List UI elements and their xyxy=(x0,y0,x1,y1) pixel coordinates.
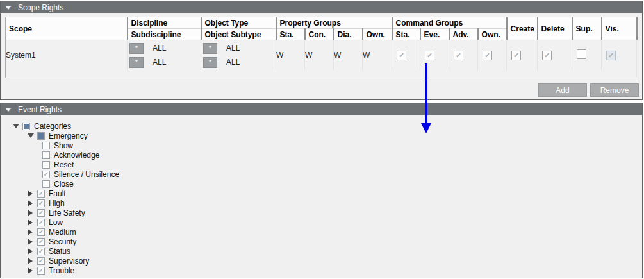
scope-rights-panel: Scope Rights Scope Discipline Object Typ… xyxy=(0,1,643,100)
vis-checkbox[interactable] xyxy=(606,51,616,60)
collapse-icon[interactable] xyxy=(13,124,22,128)
event-rights-panel-header[interactable]: Event Rights xyxy=(1,103,642,115)
tree-checkbox[interactable] xyxy=(42,142,50,149)
command-sta-checkbox[interactable] xyxy=(397,51,406,60)
tree-checkbox[interactable] xyxy=(37,132,45,140)
tree-checkbox[interactable]: ✓ xyxy=(37,199,45,207)
tree-item-fault[interactable]: ✓Fault xyxy=(1,189,642,198)
scope-rights-panel-header[interactable]: Scope Rights xyxy=(1,1,642,13)
tree-label: Fault xyxy=(49,189,66,198)
tree-checkbox[interactable] xyxy=(22,123,30,130)
expand-icon[interactable] xyxy=(28,248,37,255)
column-header-property-dia[interactable]: Dia. xyxy=(334,29,363,40)
column-header-sup[interactable]: Sup. xyxy=(572,17,602,40)
column-header-create[interactable]: Create xyxy=(507,17,538,40)
column-header-scope[interactable]: Scope xyxy=(6,17,128,40)
column-header-discipline[interactable]: Discipline xyxy=(128,17,201,29)
tree-item-reset[interactable]: Reset xyxy=(1,160,642,169)
expand-icon[interactable] xyxy=(28,210,37,216)
subdiscipline-filter-button[interactable]: * xyxy=(129,57,144,68)
table-row[interactable]: System1 * ALL * ALL * ALL xyxy=(6,40,637,71)
tree-item-medium[interactable]: ✓Medium xyxy=(1,227,642,237)
tree-item-supervisory[interactable]: ✓Supervisory xyxy=(1,256,642,266)
expand-icon[interactable] xyxy=(28,267,37,274)
table-empty-space xyxy=(6,70,637,78)
tree-checkbox[interactable]: ✓ xyxy=(37,219,45,226)
tree-item-status[interactable]: ✓Status xyxy=(1,246,642,256)
tree-checkbox[interactable]: ✓ xyxy=(37,190,45,198)
create-checkbox[interactable] xyxy=(511,51,521,60)
tree-checkbox[interactable] xyxy=(42,161,50,169)
tree-checkbox[interactable]: ✓ xyxy=(37,257,45,265)
command-adv-checkbox[interactable] xyxy=(454,51,463,60)
collapse-icon[interactable] xyxy=(5,108,12,112)
tree-item-show[interactable]: Show xyxy=(1,140,642,150)
tree-checkbox[interactable]: ✓ xyxy=(37,228,45,236)
command-own-checkbox[interactable] xyxy=(483,51,492,60)
column-header-subdiscipline[interactable]: Subdiscipline xyxy=(128,29,201,40)
expand-icon[interactable] xyxy=(28,239,37,245)
tree-label: Status xyxy=(49,247,70,256)
column-header-vis[interactable]: Vis. xyxy=(602,17,637,40)
indeterminate-mark xyxy=(38,133,44,139)
column-header-command-eve[interactable]: Eve. xyxy=(420,29,449,40)
command-eve-checkbox[interactable] xyxy=(425,51,434,60)
expand-icon[interactable] xyxy=(28,190,37,197)
tree-item-emergency[interactable]: Emergency xyxy=(1,131,642,140)
column-header-property-con[interactable]: Con. xyxy=(305,29,334,40)
column-header-delete[interactable]: Delete xyxy=(538,17,572,40)
tree-item-low[interactable]: ✓Low xyxy=(1,217,642,227)
collapse-icon[interactable] xyxy=(5,6,12,10)
property-dia-value: W xyxy=(334,40,363,71)
tree-checkbox[interactable]: ✓ xyxy=(37,209,45,217)
column-header-command-groups[interactable]: Command Groups xyxy=(392,17,507,29)
tree-label: Low xyxy=(49,218,63,227)
tree-checkbox[interactable]: ✓ xyxy=(37,238,45,246)
tree-item-security[interactable]: ✓Security xyxy=(1,237,642,246)
remove-button[interactable]: Remove xyxy=(590,83,639,97)
tree-item-categories[interactable]: Categories xyxy=(1,121,642,131)
property-sta-value: W xyxy=(276,40,305,71)
tree-label: Trouble xyxy=(49,266,74,275)
collapse-icon[interactable] xyxy=(28,133,37,138)
object-type-filter-button[interactable]: * xyxy=(203,43,217,54)
expand-icon[interactable] xyxy=(28,258,37,264)
panel-title: Event Rights xyxy=(18,105,62,114)
expand-icon[interactable] xyxy=(28,200,37,207)
delete-checkbox[interactable] xyxy=(542,51,552,60)
object-subtype-filter-button[interactable]: * xyxy=(203,57,217,68)
event-rights-panel: Event Rights CategoriesEmergencyShowAckn… xyxy=(0,103,643,278)
tree-label: Reset xyxy=(54,160,74,169)
add-button[interactable]: Add xyxy=(538,83,587,97)
column-header-command-sta[interactable]: Sta. xyxy=(392,29,420,40)
column-header-property-groups[interactable]: Property Groups xyxy=(276,17,392,29)
column-header-command-adv[interactable]: Adv. xyxy=(449,29,478,40)
tree-item-silence-unsilence[interactable]: ✓Silence / Unsilence xyxy=(1,169,642,179)
column-header-property-own[interactable]: Own. xyxy=(363,29,392,40)
column-header-object-subtype[interactable]: Object Subtype xyxy=(201,29,276,40)
tree-label: Show xyxy=(54,141,73,150)
tree-label: Silence / Unsilence xyxy=(54,170,119,179)
tree-label: Supervisory xyxy=(49,257,89,266)
column-header-object-type[interactable]: Object Type xyxy=(201,17,276,29)
object-type-value: ALL xyxy=(226,44,240,53)
expand-icon[interactable] xyxy=(28,229,37,235)
tree-checkbox[interactable]: ✓ xyxy=(37,267,45,275)
column-header-property-sta[interactable]: Sta. xyxy=(276,29,305,40)
tree-item-trouble[interactable]: ✓Trouble xyxy=(1,266,642,275)
expand-icon[interactable] xyxy=(28,219,37,226)
tree-item-life-safety[interactable]: ✓Life Safety xyxy=(1,208,642,217)
discipline-cell: * ALL * ALL xyxy=(128,40,201,71)
tree-label: Emergency xyxy=(49,131,88,140)
tree-checkbox[interactable]: ✓ xyxy=(37,248,45,255)
tree-item-close[interactable]: Close xyxy=(1,179,642,189)
sup-checkbox[interactable] xyxy=(577,49,586,59)
column-header-command-own[interactable]: Own. xyxy=(478,29,507,40)
subdiscipline-value: ALL xyxy=(153,58,166,67)
tree-checkbox[interactable]: ✓ xyxy=(42,171,50,178)
tree-item-high[interactable]: ✓High xyxy=(1,198,642,208)
tree-checkbox[interactable] xyxy=(42,180,50,188)
discipline-filter-button[interactable]: * xyxy=(129,43,144,54)
tree-item-acknowledge[interactable]: Acknowledge xyxy=(1,150,642,160)
tree-checkbox[interactable] xyxy=(42,151,50,159)
